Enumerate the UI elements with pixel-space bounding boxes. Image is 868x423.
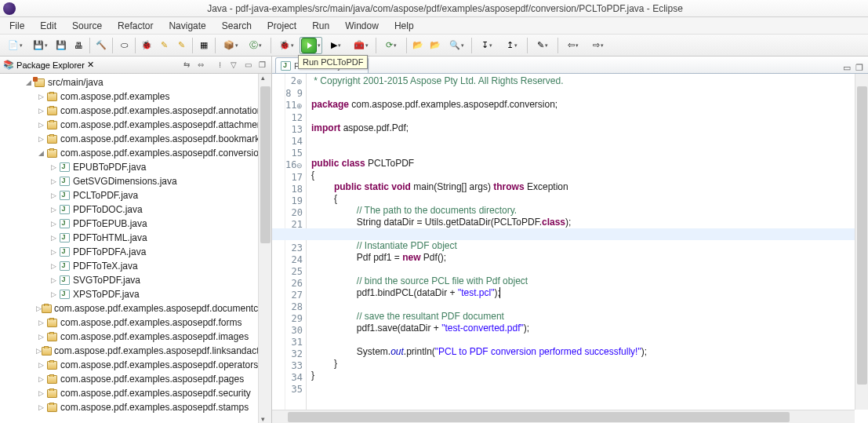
- pkg-item[interactable]: com.aspose.pdf.examples.asposepdf.stamps: [60, 402, 249, 413]
- new-class-button[interactable]: Ⓒ▾: [244, 38, 267, 53]
- open-task-button[interactable]: 📂: [427, 38, 443, 53]
- java-file-icon: [60, 162, 70, 172]
- external-tools-button[interactable]: 🧰▾: [349, 38, 372, 53]
- link-editor-button[interactable]: ⇔: [194, 59, 207, 71]
- menu-search[interactable]: Search: [216, 19, 258, 33]
- code-text: }: [334, 358, 337, 369]
- menu-navigate[interactable]: Navigate: [162, 19, 212, 33]
- pkg-item[interactable]: com.aspose.pdf.examples.asposepdf.securi…: [60, 388, 251, 399]
- new-package-button[interactable]: 📦▾: [219, 38, 242, 53]
- editor-hscrollbar[interactable]: [272, 410, 855, 423]
- code-line: * Copyright 2001-2015 Aspose Pty Ltd. Al…: [311, 75, 564, 86]
- pkg-item[interactable]: com.aspose.pdf.examples.asposepdf.attach…: [60, 119, 270, 130]
- code-text: Pdf();: [421, 252, 447, 263]
- forward-button[interactable]: ⇨▾: [587, 38, 610, 53]
- code-field: out: [390, 346, 404, 357]
- pkg-item[interactable]: com.aspose.pdf.examples: [60, 91, 169, 102]
- minimize-button[interactable]: ▭: [242, 59, 254, 71]
- last-edit-button[interactable]: ✎▾: [531, 38, 554, 53]
- code-comment: // bind the source PCL file with Pdf obj…: [357, 275, 528, 286]
- code-text: {: [311, 170, 314, 181]
- code-text: .println(: [404, 346, 435, 357]
- open-type-button[interactable]: 📂: [410, 38, 426, 53]
- editor-gutter[interactable]: 2⊕ 8 9 11⊕ 12 13 14 15 16⊖ 17 18 19 20 2…: [272, 74, 307, 423]
- annotation-prev-button[interactable]: ↥▾: [500, 38, 524, 53]
- code-text: {: [334, 193, 337, 204]
- code-text: Exception: [525, 181, 568, 192]
- print-button[interactable]: 🖶: [71, 38, 86, 53]
- view-menu-button[interactable]: ▽: [227, 59, 240, 71]
- save-all-button[interactable]: 💾: [53, 38, 69, 53]
- menu-file[interactable]: File: [3, 19, 31, 33]
- file-item[interactable]: PCLToPDF.java: [73, 190, 138, 201]
- new-server-button[interactable]: ⟳▾: [380, 38, 403, 53]
- run-last-button[interactable]: ▶▾: [324, 38, 347, 53]
- code-text: );: [565, 217, 571, 228]
- pkg-item[interactable]: com.aspose.pdf.examples.asposepdf.docume…: [54, 303, 271, 314]
- file-item[interactable]: PDFToDOC.java: [73, 204, 143, 215]
- new-button[interactable]: 📄▾: [3, 38, 27, 53]
- code-text: aspose.pdf.Pdf;: [340, 122, 409, 133]
- pkg-item-open[interactable]: com.aspose.pdf.examples.asposepdf.conver…: [60, 148, 263, 159]
- pkg-item[interactable]: com.aspose.pdf.examples.asposepdf.annota…: [60, 105, 267, 116]
- code-kw: new: [402, 252, 420, 263]
- build-button[interactable]: 🔨: [93, 38, 109, 53]
- menu-bar: File Edit Source Refactor Navigate Searc…: [0, 17, 868, 35]
- code-editor[interactable]: 2⊕ 8 9 11⊕ 12 13 14 15 16⊖ 17 18 19 20 2…: [272, 74, 868, 423]
- debug-button[interactable]: 🐞▾: [274, 38, 298, 53]
- collapse-all-button[interactable]: ⇆: [180, 59, 193, 71]
- pkg-item[interactable]: com.aspose.pdf.examples.asposepdf.forms: [60, 317, 242, 328]
- file-item[interactable]: GetSVGDimensions.java: [73, 176, 177, 187]
- package-icon: [47, 149, 57, 158]
- filter-button[interactable]: ⁞: [213, 59, 226, 71]
- pkg-item[interactable]: com.aspose.pdf.examples.asposepdf.bookma…: [60, 133, 264, 144]
- search-button[interactable]: 🔍▾: [445, 38, 468, 53]
- package-icon: [47, 121, 57, 129]
- menu-run[interactable]: Run: [306, 19, 336, 33]
- tree-scrollbar[interactable]: [258, 74, 271, 423]
- menu-project[interactable]: Project: [261, 19, 303, 33]
- file-item[interactable]: EPUBToPDF.java: [73, 162, 146, 173]
- file-item[interactable]: PDFToEPUB.java: [73, 218, 147, 229]
- file-item[interactable]: PDFToPDFA.java: [73, 246, 146, 257]
- minimize-editor-button[interactable]: ▭: [843, 63, 851, 73]
- maximize-button[interactable]: ❐: [256, 59, 268, 71]
- menu-source[interactable]: Source: [66, 19, 108, 33]
- code-kw: public static void: [334, 181, 413, 192]
- pkg-item[interactable]: com.aspose.pdf.examples.asposepdf.operat…: [60, 359, 258, 370]
- editor-vscrollbar[interactable]: [855, 74, 868, 410]
- toggle-button[interactable]: ▦: [196, 38, 212, 53]
- package-icon: [47, 107, 57, 115]
- debug-last-button[interactable]: 🐞: [139, 38, 154, 53]
- skip-breakpoints-button[interactable]: ⬭: [116, 38, 132, 53]
- pkg-item[interactable]: com.aspose.pdf.examples.asposepdf.linksa…: [54, 345, 271, 356]
- package-tree[interactable]: ◢src/main/java ▷com.aspose.pdf.examples …: [0, 74, 271, 423]
- code-kw: throws: [493, 181, 524, 192]
- pkg-item[interactable]: com.aspose.pdf.examples.asposepdf.pages: [60, 374, 244, 385]
- file-item[interactable]: SVGToPDF.java: [73, 275, 140, 286]
- profile-button[interactable]: ✎: [173, 38, 189, 53]
- run-button[interactable]: ▾: [300, 37, 322, 54]
- maximize-editor-button[interactable]: ❐: [855, 63, 863, 73]
- code-text: Pdf pdf1 =: [357, 252, 402, 263]
- back-button[interactable]: ⇦▾: [561, 38, 585, 53]
- menu-window[interactable]: Window: [339, 19, 385, 33]
- package-explorer-view: 📚 Package Explorer ✕ ⇆ ⇔ ⁞ ▽ ▭ ❐ ◢src/ma…: [0, 57, 272, 423]
- file-item[interactable]: XPSToPDF.java: [73, 289, 140, 300]
- pkg-item[interactable]: com.aspose.pdf.examples.asposepdf.images: [60, 331, 249, 342]
- java-file-icon: [60, 247, 70, 257]
- src-folder[interactable]: src/main/java: [48, 77, 104, 88]
- menu-edit[interactable]: Edit: [34, 19, 63, 33]
- file-item[interactable]: PDFToTeX.java: [73, 261, 138, 272]
- code-text: main(String[] args): [413, 181, 493, 192]
- code-text: pdf1.bindPCL(dataDir +: [357, 287, 458, 298]
- code-kw: class: [542, 217, 565, 228]
- save-button[interactable]: 💾▾: [28, 38, 52, 53]
- package-icon: [47, 361, 57, 370]
- annotation-next-button[interactable]: ↧▾: [475, 38, 499, 53]
- coverage-button[interactable]: ✎: [156, 38, 172, 53]
- code-content[interactable]: * Copyright 2001-2015 Aspose Pty Ltd. Al…: [307, 74, 868, 423]
- file-item[interactable]: PDFToHTML.java: [73, 232, 147, 243]
- menu-refactor[interactable]: Refactor: [111, 19, 159, 33]
- menu-help[interactable]: Help: [388, 19, 420, 33]
